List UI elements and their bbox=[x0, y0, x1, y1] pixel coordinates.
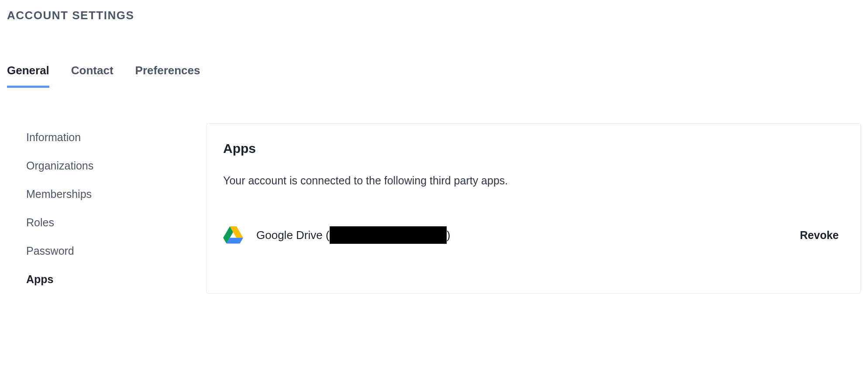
tab-general[interactable]: General bbox=[7, 64, 49, 88]
connected-app-row: Google Drive ( ) Revoke bbox=[223, 226, 844, 244]
sidebar-item-memberships[interactable]: Memberships bbox=[26, 180, 206, 208]
app-name-prefix: Google Drive ( bbox=[256, 229, 330, 242]
page-title: ACCOUNT SETTINGS bbox=[7, 9, 861, 22]
tabs: General Contact Preferences bbox=[7, 64, 861, 88]
revoke-button[interactable]: Revoke bbox=[800, 229, 844, 242]
sidebar-item-information[interactable]: Information bbox=[26, 123, 206, 152]
google-drive-icon bbox=[223, 226, 243, 244]
app-name-suffix: ) bbox=[447, 229, 451, 242]
tab-preferences[interactable]: Preferences bbox=[135, 64, 200, 88]
tab-contact[interactable]: Contact bbox=[71, 64, 114, 88]
app-label: Google Drive ( ) bbox=[256, 226, 450, 244]
sidebar-item-apps[interactable]: Apps bbox=[26, 265, 206, 294]
app-account-redacted bbox=[330, 226, 447, 244]
sidebar-item-password[interactable]: Password bbox=[26, 237, 206, 265]
panel-title: Apps bbox=[223, 141, 844, 156]
sidebar-item-organizations[interactable]: Organizations bbox=[26, 152, 206, 180]
sidebar-item-roles[interactable]: Roles bbox=[26, 208, 206, 237]
panel-description: Your account is connected to the followi… bbox=[223, 174, 844, 187]
sidebar: Information Organizations Memberships Ro… bbox=[7, 123, 206, 294]
content-area: Information Organizations Memberships Ro… bbox=[7, 123, 861, 294]
main-panel: Apps Your account is connected to the fo… bbox=[206, 123, 861, 294]
